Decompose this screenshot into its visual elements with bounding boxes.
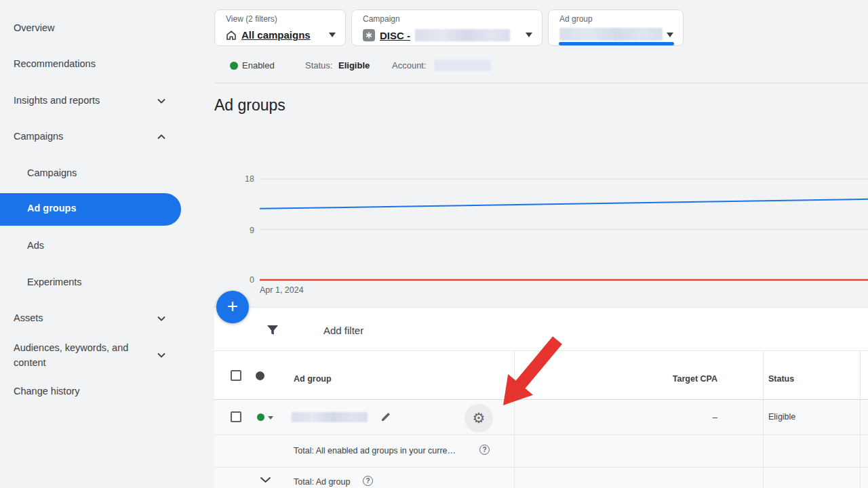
add-button[interactable]: + [216,291,249,323]
divider [214,467,868,468]
all-campaigns-link[interactable]: All campaigns [241,29,311,41]
sidebar-item-audiences-keywords-content[interactable]: Audiences, keywords, and content [14,340,149,370]
row-enabled-dot[interactable] [257,413,264,421]
ad-group-filter-label: Ad group [559,14,593,24]
help-glyph: ? [366,477,370,485]
sidebar-item-overview[interactable]: Overview [14,20,54,35]
home-icon [226,30,237,41]
select-all-checkbox[interactable] [231,370,241,381]
page-title: Ad groups [214,96,285,115]
column-divider [860,350,861,488]
sidebar-item-campaigns-group[interactable]: Campaigns [14,129,63,144]
column-header-ad-group[interactable]: Ad group [294,374,332,384]
status-value: Eligible [338,60,370,70]
x-axis-date-label: Apr 1, 2024 [260,285,304,295]
sidebar-item-ad-groups-label: Ad groups [27,203,77,214]
sidebar-item-campaigns[interactable]: Campaigns [27,165,77,180]
chevron-down-icon [667,33,673,37]
chevron-up-icon [157,134,165,140]
trend-chart-lines [214,163,868,306]
redacted-campaign-name [415,29,510,41]
total-enabled-ad-groups-label: Total: All enabled ad groups in your cur… [294,446,456,455]
divider [214,83,868,83]
redacted-account-id [434,60,491,71]
sidebar-item-ad-groups-selected[interactable]: Ad groups [0,193,181,226]
google-ads-screen: Overview Recommendations Insights and re… [0,0,868,488]
chevron-down-icon[interactable] [268,416,273,420]
column-header-status[interactable]: Status [768,374,794,384]
status-label: Status: [305,60,332,70]
enabled-status-text: Enabled [242,60,275,70]
status-dot-column-icon [256,371,264,380]
expand-chevron-icon[interactable] [260,476,271,483]
enabled-status-dot [230,62,238,70]
filter-funnel-icon[interactable] [267,324,279,336]
add-filter-button[interactable]: Add filter [323,325,363,336]
plus-icon: + [227,297,238,316]
total-ad-group-label: Total: Ad group [294,477,350,487]
row-checkbox[interactable] [231,411,241,422]
chevron-down-icon [157,98,165,104]
sidebar-item-assets[interactable]: Assets [14,310,43,325]
chevron-down-icon [157,316,165,321]
campaign-type-icon [363,29,375,41]
sidebar-item-recommendations[interactable]: Recommendations [14,56,96,71]
active-tab-indicator [559,42,674,45]
view-filter-dropdown[interactable]: View (2 filters) All campaigns [214,9,346,46]
sidebar-item-experiments[interactable]: Experiments [27,274,82,289]
help-glyph: ? [482,446,486,453]
redacted-ad-group-row-name [292,412,368,422]
divider [214,434,868,435]
account-label: Account: [392,60,427,70]
status-cell: Eligible [768,412,795,422]
sidebar-item-change-history[interactable]: Change history [14,384,80,399]
help-icon[interactable]: ? [363,476,373,486]
redacted-ad-group-name [559,28,663,41]
ad-group-filter-dropdown[interactable]: Ad group [548,9,684,46]
chevron-down-icon [329,33,336,37]
edit-pencil-icon[interactable] [380,410,393,422]
view-filter-label: View (2 filters) [226,14,277,24]
sidebar-item-insights-and-reports[interactable]: Insights and reports [14,93,100,108]
column-divider [763,350,764,488]
sidebar-item-ads[interactable]: Ads [27,238,44,253]
campaign-filter-label: Campaign [363,14,400,24]
chevron-down-icon [526,33,532,37]
annotation-arrow-icon [475,332,597,420]
chevron-down-icon [157,352,165,358]
campaign-name-link[interactable]: DISC - [380,30,410,41]
campaign-filter-dropdown[interactable]: Campaign DISC - [351,9,542,46]
help-icon[interactable]: ? [479,445,490,455]
